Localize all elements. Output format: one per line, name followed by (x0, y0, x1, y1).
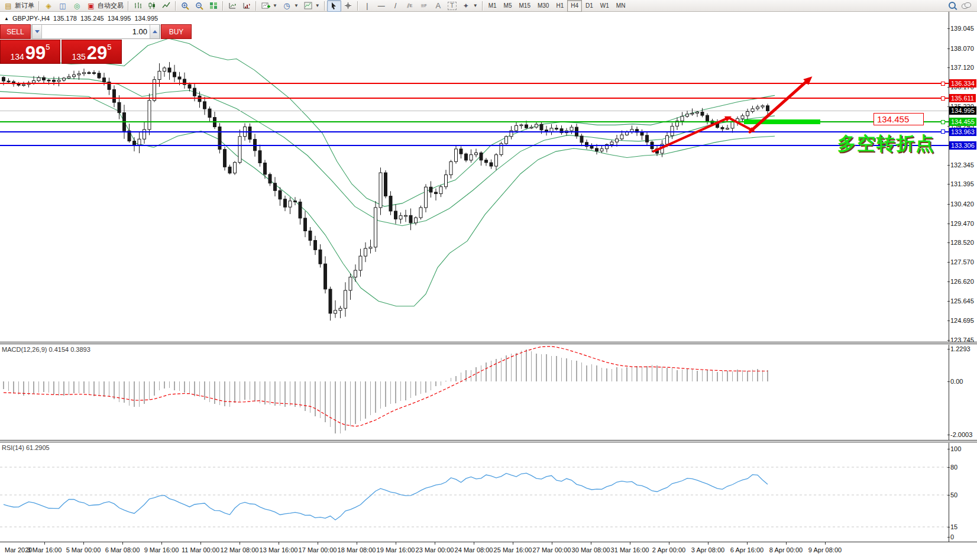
timeframe-m30-button[interactable]: M30 (534, 0, 552, 12)
price-tick-label: 127.570 (950, 258, 974, 266)
price-tick-label: 125.645 (950, 297, 974, 305)
panel-separator[interactable] (0, 342, 977, 344)
timeframe-m5-button[interactable]: M5 (500, 0, 516, 12)
timeframe-d1-button[interactable]: D1 (582, 0, 597, 12)
timeframe-mn-button[interactable]: MN (613, 0, 629, 12)
sell-button[interactable]: SELL (0, 24, 31, 39)
buy-button[interactable]: BUY (161, 24, 192, 39)
new-order-button[interactable]: ▤ 新订单 (1, 0, 37, 12)
sell-price-button[interactable]: 134995 (0, 40, 60, 64)
period-button[interactable]: ◷▼ (280, 0, 301, 12)
new-chart-icon (261, 1, 270, 10)
timeframe-h1-button[interactable]: H1 (552, 0, 567, 12)
rsi-canvas[interactable] (0, 443, 949, 542)
symbol-ohlc-header: ▲ GBPJPY-,H4 135.178 135.245 134.995 134… (4, 15, 158, 22)
text-label-icon: T (448, 2, 457, 10)
turning-point-annotation[interactable]: 多空转折点 (837, 131, 935, 156)
price-tick-label: 138.070 (950, 45, 974, 52)
tile-windows-button[interactable] (206, 0, 221, 12)
volume-increase-button[interactable] (150, 25, 160, 38)
line-chart-icon (161, 1, 171, 10)
rsi-axis-label: 15 (950, 523, 957, 530)
trend-arrows[interactable] (654, 76, 812, 151)
rsi-line (4, 473, 768, 520)
autotrading-button[interactable]: ▣ 自动交易 (84, 0, 126, 12)
arrows-button[interactable]: ✦▼ (459, 0, 480, 12)
horizontal-line-button[interactable]: — (374, 0, 389, 12)
timeframe-h4-button[interactable]: H4 (567, 0, 582, 12)
macd-panel: MACD(12,26,9) 0.4154 0.3893 1.22930.00-2… (0, 345, 977, 440)
arrows-icon: ✦ (461, 1, 471, 10)
price-callout-box[interactable]: 134.455 (874, 113, 924, 125)
level-lines-top[interactable] (0, 83, 949, 145)
new-order-icon: ▤ (4, 1, 13, 10)
indicator-windows-button[interactable] (240, 0, 254, 12)
sell-price-big: 99 (25, 45, 46, 61)
candlesticks (2, 62, 769, 321)
time-axis-label: 8 Apr 00:00 (769, 546, 803, 553)
signals-button[interactable]: ◎ (70, 0, 84, 12)
line-handle[interactable] (941, 130, 945, 134)
current-price-label: 134.995 (949, 106, 976, 115)
vertical-line-button[interactable]: | (360, 0, 374, 12)
time-tick (513, 542, 513, 545)
fibonacci-button[interactable]: ≡F (417, 0, 431, 12)
timeframe-m1-button[interactable]: M1 (485, 0, 500, 12)
time-tick (825, 542, 826, 545)
line-chart-button[interactable] (159, 0, 173, 12)
trendline-button[interactable]: / (389, 0, 403, 12)
price-tick-label: 124.695 (950, 317, 974, 324)
cursor-button[interactable] (327, 0, 341, 12)
rsi-axis[interactable]: 1008050150 (949, 443, 977, 542)
macd-canvas[interactable] (0, 345, 949, 440)
data-window-button[interactable]: ◫ (56, 0, 70, 12)
line-handle[interactable] (941, 120, 945, 124)
crosshair-button[interactable] (341, 0, 355, 12)
equidistant-channel-button[interactable]: ⫽E (403, 0, 417, 12)
price-tick-label: 131.395 (950, 180, 974, 187)
time-tick (318, 542, 318, 545)
indicator-windows-icon (242, 1, 251, 10)
volume-stepper (31, 24, 160, 39)
chart-canvas[interactable] (0, 12, 949, 342)
new-chart-button[interactable]: ▼ (258, 0, 280, 12)
zoom-in-button[interactable] (178, 0, 192, 12)
macd-axis[interactable]: 1.22930.00-2.0003 (949, 345, 977, 440)
support-zone-bar[interactable] (744, 119, 820, 124)
time-axis-label: 19 Mar 16:00 (377, 546, 415, 553)
market-watch-button[interactable]: ◈ (41, 0, 56, 12)
chat-icon[interactable] (962, 2, 971, 9)
volume-decrease-button[interactable] (32, 25, 42, 38)
volume-input[interactable] (42, 25, 150, 38)
text-button[interactable]: A (431, 0, 445, 12)
line-handle[interactable] (941, 82, 945, 86)
price-tick-label: 129.470 (950, 220, 974, 227)
chevron-down-icon (35, 30, 40, 33)
bar-chart-button[interactable] (131, 0, 145, 12)
candlestick-chart-button[interactable] (145, 0, 159, 12)
price-level-label: 134.455 (949, 118, 976, 126)
new-order-label: 新订单 (15, 1, 34, 10)
time-tick (200, 542, 201, 545)
time-axis-label: 18 Mar 08:00 (338, 546, 376, 553)
time-axis-label: 11 Mar 00:00 (182, 546, 219, 553)
time-tick (122, 542, 123, 545)
text-label-button[interactable]: T (445, 0, 459, 12)
indicators-button[interactable] (225, 0, 240, 12)
search-icon[interactable] (949, 2, 956, 10)
trendline-icon: / (391, 1, 400, 10)
panel-separator[interactable] (0, 440, 977, 442)
line-handle[interactable] (941, 96, 945, 101)
price-axis[interactable]: 139.045138.070137.120136.170135.220134.2… (949, 12, 977, 342)
timeframe-m15-button[interactable]: M15 (516, 0, 534, 12)
time-axis-label: 25 Mar 16:00 (494, 546, 532, 553)
zoom-out-icon (195, 1, 204, 10)
autotrading-label: 自动交易 (98, 1, 124, 10)
chart-properties-button[interactable]: ▼ (301, 0, 322, 12)
time-axis[interactable]: Mar 20203 Mar 16:005 Mar 00:006 Mar 08:0… (0, 542, 977, 560)
timeframe-w1-button[interactable]: W1 (597, 0, 613, 12)
zoom-out-button[interactable] (192, 0, 206, 12)
time-tick (474, 542, 474, 545)
buy-price-button[interactable]: 135295 (62, 40, 122, 64)
price-level-label: 135.611 (949, 94, 976, 102)
